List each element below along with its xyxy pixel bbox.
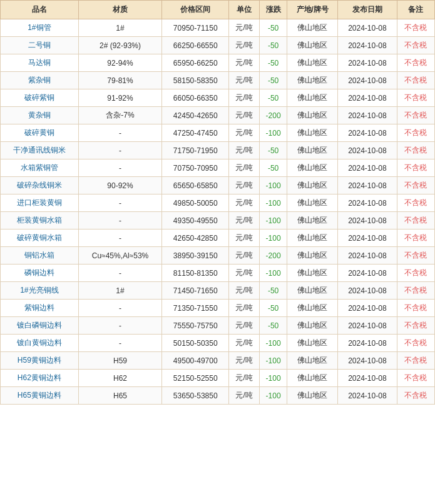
table-cell: -100 xyxy=(259,335,287,352)
table-cell: 75550-75750 xyxy=(162,317,229,335)
table-cell: 不含税 xyxy=(397,247,434,265)
table-cell: - xyxy=(78,229,162,247)
table-cell: 不含税 xyxy=(397,317,434,335)
table-cell: 53650-53850 xyxy=(162,387,229,405)
table-cell: 1# xyxy=(78,19,162,37)
table-cell: 进口柜装黄铜 xyxy=(1,194,79,212)
table-cell: 马达铜 xyxy=(1,54,79,72)
table-cell: 不含税 xyxy=(397,387,434,405)
table-cell: -50 xyxy=(259,282,287,300)
table-row: 镀白磷铜边料-75550-75750元/吨-50佛山地区2024-10-08不含… xyxy=(1,317,435,335)
table-row: 1#光亮铜线1#71450-71650元/吨-50佛山地区2024-10-08不… xyxy=(1,282,435,300)
table-cell: 42450-42650 xyxy=(162,107,229,124)
table-cell: 52150-52550 xyxy=(162,370,229,387)
table-body: 1#铜管1#70950-71150元/吨-50佛山地区2024-10-08不含税… xyxy=(1,19,435,405)
table-row: 二号铜2# (92-93%)66250-66550元/吨-50佛山地区2024-… xyxy=(1,37,435,54)
table-cell: - xyxy=(78,300,162,317)
table-row: 破碎杂线铜米90-92%65650-65850元/吨-100佛山地区2024-1… xyxy=(1,177,435,194)
column-header: 产地/牌号 xyxy=(287,1,338,19)
table-cell: 元/吨 xyxy=(229,317,260,335)
table-cell: 2# (92-93%) xyxy=(78,37,162,54)
table-cell: -50 xyxy=(259,37,287,54)
table-cell: - xyxy=(78,194,162,212)
table-cell: 2024-10-08 xyxy=(338,124,397,142)
table-cell: - xyxy=(78,317,162,335)
table-cell: -50 xyxy=(259,89,287,107)
table-cell: 元/吨 xyxy=(229,19,260,37)
table-cell: 2024-10-08 xyxy=(338,229,397,247)
table-cell: 90-92% xyxy=(78,177,162,194)
table-cell: 70750-70950 xyxy=(162,159,229,177)
table-cell: 元/吨 xyxy=(229,387,260,405)
table-cell: 1# xyxy=(78,282,162,300)
table-cell: 65950-66250 xyxy=(162,54,229,72)
table-cell: 不含税 xyxy=(397,72,434,89)
table-cell: 2024-10-08 xyxy=(338,265,397,282)
table-cell: 71350-71550 xyxy=(162,300,229,317)
table-cell: -50 xyxy=(259,54,287,72)
table-cell: 2024-10-08 xyxy=(338,282,397,300)
table-cell: 元/吨 xyxy=(229,142,260,159)
table-cell: 2024-10-08 xyxy=(338,352,397,370)
table-cell: -200 xyxy=(259,107,287,124)
table-cell: -100 xyxy=(259,370,287,387)
table-cell: - xyxy=(78,142,162,159)
column-header: 品名 xyxy=(1,1,79,19)
table-cell: -100 xyxy=(259,212,287,229)
table-cell: 佛山地区 xyxy=(287,247,338,265)
table-cell: 佛山地区 xyxy=(287,54,338,72)
table-row: 紫铜边料-71350-71550元/吨-50佛山地区2024-10-08不含税 xyxy=(1,300,435,317)
table-row: 1#铜管1#70950-71150元/吨-50佛山地区2024-10-08不含税 xyxy=(1,19,435,37)
table-cell: 佛山地区 xyxy=(287,124,338,142)
table-cell: 70950-71150 xyxy=(162,19,229,37)
table-cell: 元/吨 xyxy=(229,37,260,54)
table-cell: 2024-10-08 xyxy=(338,212,397,229)
table-cell: 佛山地区 xyxy=(287,229,338,247)
table-cell: 66250-66550 xyxy=(162,37,229,54)
table-cell: 佛山地区 xyxy=(287,317,338,335)
table-cell: 元/吨 xyxy=(229,177,260,194)
table-row: 破碎紫铜91-92%66050-66350元/吨-50佛山地区2024-10-0… xyxy=(1,89,435,107)
table-cell: - xyxy=(78,335,162,352)
table-cell: 紫杂铜 xyxy=(1,72,79,89)
table-cell: 2024-10-08 xyxy=(338,317,397,335)
table-row: 进口柜装黄铜-49850-50050元/吨-100佛山地区2024-10-08不… xyxy=(1,194,435,212)
table-row: 干净通讯线铜米-71750-71950元/吨-50佛山地区2024-10-08不… xyxy=(1,142,435,159)
table-cell: 佛山地区 xyxy=(287,300,338,317)
table-cell: 佛山地区 xyxy=(287,89,338,107)
table-cell: 2024-10-08 xyxy=(338,19,397,37)
table-cell: H65 xyxy=(78,387,162,405)
table-cell: 2024-10-08 xyxy=(338,177,397,194)
table-cell: 2024-10-08 xyxy=(338,370,397,387)
table-cell: 干净通讯线铜米 xyxy=(1,142,79,159)
table-cell: H62 xyxy=(78,370,162,387)
table-cell: 49850-50050 xyxy=(162,194,229,212)
table-cell: 71750-71950 xyxy=(162,142,229,159)
table-cell: H65黄铜边料 xyxy=(1,387,79,405)
table-cell: 不含税 xyxy=(397,265,434,282)
table-cell: -100 xyxy=(259,265,287,282)
table-cell: 1#光亮铜线 xyxy=(1,282,79,300)
table-cell: 2024-10-08 xyxy=(338,194,397,212)
table-cell: 元/吨 xyxy=(229,352,260,370)
table-cell: 81150-81350 xyxy=(162,265,229,282)
table-cell: 2024-10-08 xyxy=(338,335,397,352)
table-cell: -50 xyxy=(259,300,287,317)
table-cell: -200 xyxy=(259,247,287,265)
table-cell: 2024-10-08 xyxy=(338,387,397,405)
table-cell: 2024-10-08 xyxy=(338,72,397,89)
table-cell: 佛山地区 xyxy=(287,142,338,159)
table-cell: 佛山地区 xyxy=(287,19,338,37)
table-cell: 元/吨 xyxy=(229,194,260,212)
table-cell: 2024-10-08 xyxy=(338,142,397,159)
table-row: 破碎黄铜-47250-47450元/吨-100佛山地区2024-10-08不含税 xyxy=(1,124,435,142)
table-cell: -100 xyxy=(259,229,287,247)
table-cell: 2024-10-08 xyxy=(338,89,397,107)
table-cell: 佛山地区 xyxy=(287,265,338,282)
table-cell: - xyxy=(78,212,162,229)
table-row: 铜铝水箱Cu≈45%,Al≈53%38950-39150元/吨-200佛山地区2… xyxy=(1,247,435,265)
table-cell: 破碎杂线铜米 xyxy=(1,177,79,194)
table-cell: 50150-50350 xyxy=(162,335,229,352)
table-cell: 47250-47450 xyxy=(162,124,229,142)
table-cell: 二号铜 xyxy=(1,37,79,54)
